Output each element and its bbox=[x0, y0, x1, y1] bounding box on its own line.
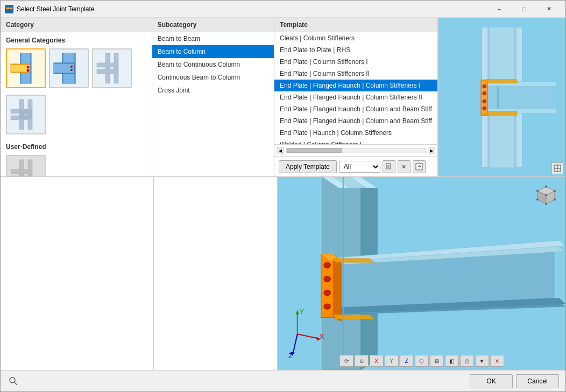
user-defined-icon[interactable] bbox=[6, 155, 46, 176]
template-header: Template bbox=[274, 18, 437, 32]
svg-point-93 bbox=[545, 203, 547, 205]
template-item-haunch-col-stiff[interactable]: End Plate | Haunch | Column Stiffeners bbox=[274, 127, 437, 139]
svg-point-92 bbox=[536, 198, 539, 201]
view-btn-isometric[interactable]: ⬡ bbox=[415, 355, 429, 367]
subcategory-item-continuous-beam-to-column[interactable]: Continuous Beam to Column bbox=[152, 71, 274, 84]
subcategory-item-beam-to-continuous-column[interactable]: Beam to Continuous Column bbox=[152, 58, 274, 71]
footer: OK Cancel bbox=[1, 370, 565, 391]
category-header: Category bbox=[1, 18, 152, 32]
template-item-welded-i[interactable]: Welded | Column Stiffeners I bbox=[274, 139, 437, 144]
svg-point-14 bbox=[70, 69, 73, 71]
template-scope-select[interactable]: All Selected bbox=[339, 161, 380, 173]
category-icon-beam-column[interactable] bbox=[6, 48, 46, 88]
svg-rect-44 bbox=[497, 86, 499, 108]
subcategory-item-beam-to-beam[interactable]: Beam to Beam bbox=[152, 32, 274, 45]
view-btn-z[interactable]: Z bbox=[400, 355, 414, 367]
category-icons-row2 bbox=[1, 92, 152, 139]
template-item-flanged-haunch-ii[interactable]: End Plate | Flanged Haunch | Column Stif… bbox=[274, 91, 437, 103]
new-template-button[interactable] bbox=[383, 160, 395, 173]
svg-point-50 bbox=[483, 106, 486, 110]
search-button[interactable] bbox=[7, 375, 20, 388]
svg-rect-23 bbox=[19, 110, 32, 119]
template-item-end-plate-ii[interactable]: End Plate | Column Stiffeners II bbox=[274, 68, 437, 80]
minimize-button[interactable]: − bbox=[487, 1, 512, 17]
template-item-cleats[interactable]: Cleats | Column Stiffeners bbox=[274, 32, 437, 44]
view-cube[interactable] bbox=[532, 182, 560, 210]
template-toolbar: Apply Template All Selected ✕ bbox=[274, 156, 437, 176]
footer-left bbox=[7, 375, 20, 388]
export-template-button[interactable] bbox=[413, 160, 426, 173]
svg-text:X: X bbox=[320, 333, 324, 340]
view-btn-print[interactable]: ⎙ bbox=[460, 355, 474, 367]
svg-rect-25 bbox=[28, 160, 32, 176]
svg-line-96 bbox=[15, 382, 17, 385]
svg-point-89 bbox=[545, 186, 547, 188]
svg-point-8 bbox=[27, 69, 30, 72]
cancel-button[interactable]: Cancel bbox=[516, 374, 559, 388]
view-btn-perspective[interactable]: ⊙ bbox=[355, 355, 369, 367]
svg-text:Z: Z bbox=[288, 352, 293, 360]
svg-point-47 bbox=[483, 84, 486, 88]
bottom-section: Y X Z bbox=[1, 176, 565, 370]
template-item-flanged-haunch-i[interactable]: End Plate | Flanged Haunch | Column Stif… bbox=[274, 80, 437, 91]
view-btn-rotate[interactable]: ⟳ bbox=[339, 355, 353, 367]
template-panel: Template Cleats | Column Stiffeners End … bbox=[274, 18, 438, 176]
subcategory-item-beam-to-column[interactable]: Beam to Column bbox=[152, 45, 274, 58]
svg-point-88 bbox=[536, 190, 539, 192]
view-btn-close[interactable]: ✕ bbox=[490, 355, 504, 367]
maximize-button[interactable]: □ bbox=[512, 1, 536, 17]
svg-rect-2 bbox=[6, 8, 12, 9]
template-item-flanged-haunch-beam-stiff-2[interactable]: End Plate | Flanged Haunch | Column and … bbox=[274, 115, 437, 127]
main-content: Category General Categories bbox=[1, 18, 565, 176]
user-defined-title: User-Defined bbox=[1, 139, 152, 153]
user-defined-icons-row bbox=[1, 153, 152, 176]
svg-point-72 bbox=[324, 304, 330, 309]
scroll-right-arrow[interactable]: ▶ bbox=[428, 147, 435, 154]
window-controls: − □ ✕ bbox=[487, 1, 561, 17]
template-list: Cleats | Column Stiffeners End Plate to … bbox=[274, 32, 437, 144]
view-btn-render[interactable]: ◧ bbox=[445, 355, 459, 367]
ok-button[interactable]: OK bbox=[470, 374, 513, 388]
preview-top-panel bbox=[438, 18, 565, 176]
delete-template-button[interactable]: ✕ bbox=[398, 160, 411, 173]
subcategory-item-cross-joint[interactable]: Cross Joint bbox=[152, 84, 274, 97]
template-item-flanged-haunch-beam-stiff-1[interactable]: End Plate | Flanged Haunch | Column and … bbox=[274, 103, 437, 115]
category-icon-type2[interactable] bbox=[49, 48, 89, 88]
svg-rect-15 bbox=[105, 53, 110, 83]
subcategory-header: Subcategory bbox=[152, 18, 274, 32]
main-window: Select Steel Joint Template − □ ✕ Catego… bbox=[0, 0, 566, 392]
scroll-thumb[interactable] bbox=[287, 148, 342, 153]
subcategory-list: Beam to Beam Beam to Column Beam to Cont… bbox=[152, 32, 274, 176]
svg-line-82 bbox=[293, 334, 298, 353]
svg-rect-51 bbox=[486, 79, 517, 83]
svg-point-71 bbox=[324, 290, 330, 295]
close-button[interactable]: ✕ bbox=[536, 1, 561, 17]
scroll-left-arrow[interactable]: ◀ bbox=[277, 147, 284, 154]
svg-point-91 bbox=[545, 194, 547, 196]
title-bar: Select Steel Joint Template − □ ✕ bbox=[1, 1, 565, 18]
category-icon-type4[interactable] bbox=[6, 95, 46, 134]
view-btn-dropdown[interactable]: ▼ bbox=[475, 355, 489, 367]
view-btn-x[interactable]: X bbox=[370, 355, 384, 367]
general-categories-title: General Categories bbox=[1, 32, 152, 46]
category-panel: Category General Categories bbox=[1, 18, 152, 176]
category-icons-row bbox=[1, 46, 152, 92]
view-toolbar: ⟳ ⊙ X Y Z ⬡ ⊞ ◧ ⎙ ▼ ✕ bbox=[339, 355, 504, 367]
svg-point-69 bbox=[324, 262, 330, 268]
svg-rect-41 bbox=[486, 85, 556, 109]
svg-point-70 bbox=[324, 276, 330, 282]
svg-point-95 bbox=[10, 377, 15, 383]
apply-template-button[interactable]: Apply Template bbox=[279, 160, 337, 173]
view-btn-y[interactable]: Y bbox=[385, 355, 399, 367]
svg-point-13 bbox=[70, 66, 73, 68]
window-title: Select Steel Joint Template bbox=[17, 5, 487, 13]
preview-tool-btn[interactable] bbox=[551, 162, 563, 174]
scroll-track bbox=[286, 148, 426, 153]
view-btn-fit[interactable]: ⊞ bbox=[430, 355, 444, 367]
template-item-end-plate-rhs[interactable]: End Plate to Plate | RHS bbox=[274, 44, 437, 56]
category-icon-type3[interactable] bbox=[92, 48, 132, 88]
svg-marker-73 bbox=[333, 259, 374, 262]
svg-point-7 bbox=[27, 66, 30, 69]
template-item-end-plate-i[interactable]: End Plate | Column Stiffeners I bbox=[274, 56, 437, 68]
main-3d-view: Y X Z bbox=[278, 177, 565, 370]
